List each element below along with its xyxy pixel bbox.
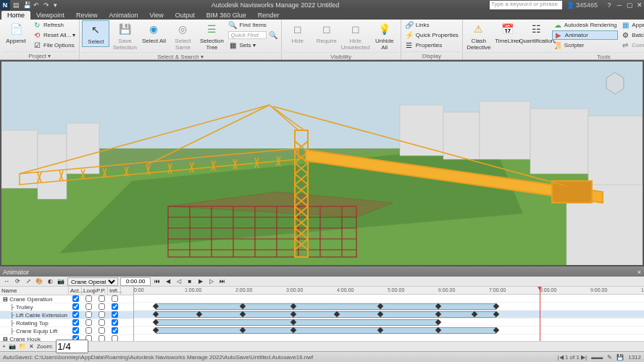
require-button[interactable]: ◻Require [313,20,340,46]
compare-button[interactable]: ⇄Compare [619,41,644,50]
quantification-button[interactable]: ☷Quantification [523,20,551,46]
select-same-button[interactable]: ◎Select Same [169,20,196,52]
transparency-tool-icon[interactable]: ◐ [46,277,54,286]
inf-checkbox[interactable] [112,319,118,326]
tab-bim360[interactable]: BIM 360 Glue [201,11,252,20]
qat-undo-icon[interactable]: ↶ [33,1,41,9]
properties-button[interactable]: ☰Properties [403,41,460,50]
3d-viewport[interactable] [0,60,644,266]
qat-save-icon[interactable]: 💾 [23,1,30,9]
tab-render[interactable]: Render [252,11,285,20]
tree-row[interactable]: ├ Lift Cable Extension [0,311,133,319]
ffwd-icon[interactable]: ⏭ [218,277,227,286]
minimize-icon[interactable]: ─ [615,1,624,9]
inf-checkbox[interactable] [112,335,118,342]
app-icon[interactable]: N [0,0,10,10]
tab-home[interactable]: Home [1,11,30,20]
translate-tool-icon[interactable]: ↔ [2,277,11,286]
col-active[interactable]: Act... [69,287,82,295]
clash-detective-button[interactable]: ⚠Clash Detective [465,20,493,52]
pp-checkbox[interactable] [99,295,105,302]
timeline-track[interactable] [134,295,644,303]
quick-find-input[interactable]: Quick Find🔍 [227,30,278,40]
pp-checkbox[interactable] [99,327,105,334]
color-tool-icon[interactable]: 🎨 [35,277,43,286]
tree-row[interactable]: ├ Trolley [0,303,133,311]
loop-checkbox[interactable] [85,295,92,302]
active-checkbox[interactable] [72,303,79,310]
scale-tool-icon[interactable]: ⤢ [24,277,33,286]
hide-button[interactable]: ◻Hide [284,20,311,46]
timeline-track[interactable] [134,334,644,341]
active-checkbox[interactable] [72,327,79,334]
loop-checkbox[interactable] [85,311,92,318]
scripter-button[interactable]: 📜Scripter [552,41,619,50]
timeline-track[interactable] [134,303,644,311]
col-name[interactable]: Name [0,287,69,295]
refresh-button[interactable]: ↻Refresh [31,20,77,30]
tab-viewpoint[interactable]: Viewpoint [30,11,70,20]
keyword-search-input[interactable]: Type a keyword or phrase [490,1,562,9]
qat-dropdown-icon[interactable]: ▾ [54,1,61,9]
sheet-indicator[interactable]: 1 of 1 [565,354,580,361]
help-icon[interactable]: ? [605,1,614,9]
add-scene-icon[interactable]: + [2,343,6,350]
links-button[interactable]: 🔗Links [403,20,460,30]
capture-keyframe-icon[interactable]: 📷 [57,277,65,286]
stop-icon[interactable]: ■ [185,277,194,286]
sets-button[interactable]: ▦Sets ▾ [227,41,278,50]
tab-animation[interactable]: Animation [103,11,143,20]
animator-header[interactable]: Animator × [0,267,644,277]
loop-checkbox[interactable] [85,327,92,334]
time-input[interactable] [120,277,151,286]
delete-icon[interactable]: ✕ [29,343,34,350]
zoom-input[interactable] [56,340,88,353]
autodesk-rendering-button[interactable]: ☁Autodesk Rendering [552,20,619,30]
timeline-track[interactable] [134,319,644,327]
group-label-project[interactable]: Project ▾ [2,51,77,59]
col-pp[interactable]: P.P. [95,287,108,295]
loop-checkbox[interactable] [85,303,92,310]
pp-checkbox[interactable] [99,335,105,342]
active-checkbox[interactable] [72,319,79,326]
play-back-icon[interactable]: ◁ [175,277,183,286]
rewind-icon[interactable]: ⏮ [153,277,162,286]
col-inf[interactable]: Infi... [108,287,121,295]
add-camera-icon[interactable]: 📷 [9,343,16,350]
animator-button[interactable]: ▶Animator [552,30,619,40]
tree-row[interactable]: ├ Crane Equip Lift [0,327,133,335]
inf-checkbox[interactable] [112,327,118,334]
animator-close-icon[interactable]: × [637,269,641,276]
unhide-all-button[interactable]: 💡Unhide All [371,20,398,52]
timeliner-button[interactable]: 📅TimeLiner [494,20,522,46]
select-button[interactable]: ↖Select [82,20,109,47]
rotate-tool-icon[interactable]: ⟳ [13,277,22,286]
pp-checkbox[interactable] [99,319,105,326]
step-back-icon[interactable]: ◀ [164,277,172,286]
tab-view[interactable]: View [143,11,169,20]
step-fwd-icon[interactable]: ▷ [207,277,216,286]
inf-checkbox[interactable] [112,311,118,318]
timeline-track[interactable] [134,327,644,334]
tree-row[interactable]: ├ Rotating Top [0,319,133,327]
close-icon[interactable]: ✕ [635,1,644,9]
col-loop[interactable]: Loop [82,287,95,295]
play-icon[interactable]: ▶ [196,277,205,286]
pp-checkbox[interactable] [99,311,105,318]
selection-tree-button[interactable]: ☰Selection Tree [198,20,225,52]
hide-unselected-button[interactable]: ◻Hide Unselected [342,20,369,52]
active-checkbox[interactable] [72,295,79,302]
qat-open-icon[interactable]: ▤ [13,1,20,9]
animator-timeline[interactable]: 0:001:00.002:00.003:00.004:00.005:00.006… [134,287,644,341]
file-options-button[interactable]: ☑File Options [31,41,77,50]
tab-review[interactable]: Review [70,11,104,20]
disk-icon[interactable]: 💾 [616,354,624,361]
appearance-profiler-button[interactable]: ▦Appearance Profiler [619,20,644,30]
active-checkbox[interactable] [72,311,79,318]
quick-properties-button[interactable]: ⚡Quick Properties [403,30,460,40]
inf-checkbox[interactable] [112,295,118,302]
inf-checkbox[interactable] [112,303,118,310]
search-icon[interactable]: 🔍 [269,31,277,40]
tree-row[interactable]: ⊟ Crane Operation [0,295,133,303]
tab-output[interactable]: Output [170,11,201,20]
